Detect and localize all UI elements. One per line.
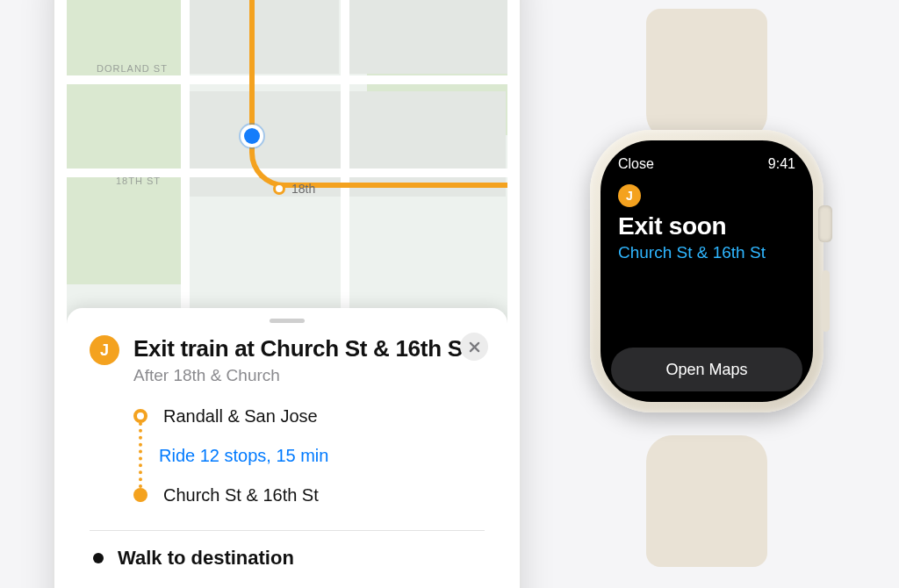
walk-icon (93, 553, 104, 563)
apple-watch-device: Close 9:41 J Exit soon Church St & 16th … (555, 95, 853, 481)
transit-line-badge: J (618, 184, 641, 207)
divider (90, 530, 485, 531)
street-label-dorland: DORLAND ST (97, 63, 168, 74)
next-step-row[interactable]: Walk to destination (90, 547, 485, 570)
stop-start-label: Randall & San Jose (163, 406, 318, 427)
transit-stop-label: 18th (291, 182, 315, 196)
stop-node-end-icon (133, 488, 147, 502)
stop-node-mid-icon (138, 453, 143, 458)
watch-time: 9:41 (768, 156, 795, 172)
ride-summary[interactable]: Ride 12 stops, 15 min (159, 446, 328, 466)
user-location-dot (244, 128, 260, 144)
iphone-device: DORLAND ST 18TH ST 18th J (54, 0, 520, 588)
watch-title: Exit soon (618, 212, 795, 240)
watch-case: Close 9:41 J Exit soon Church St & 16th … (590, 130, 823, 412)
transit-stop-dot (273, 183, 285, 195)
stop-list: Randall & San Jose Ride 12 stops, 15 min… (133, 406, 485, 511)
digital-crown[interactable] (818, 205, 832, 242)
watch-close-button[interactable]: Close (618, 156, 654, 172)
close-icon (469, 341, 480, 353)
watch-side-button[interactable] (822, 270, 830, 332)
watch-band (646, 9, 767, 140)
street-label-18th: 18TH ST (116, 176, 161, 186)
transit-route-line (249, 0, 284, 188)
stop-end-label: Church St & 16th St (163, 485, 319, 506)
list-item: Randall & San Jose (133, 406, 485, 427)
step-title: Exit train at Church St & 16th St (133, 335, 485, 362)
transit-line-badge: J (90, 335, 119, 365)
step-subtitle: After 18th & Church (133, 366, 485, 385)
iphone-screen: DORLAND ST 18TH ST 18th J (67, 0, 507, 588)
directions-sheet[interactable]: J Exit train at Church St & 16th St Afte… (67, 308, 507, 588)
close-button[interactable] (460, 333, 488, 361)
next-step-label: Walk to destination (118, 547, 294, 570)
open-maps-button[interactable]: Open Maps (611, 348, 802, 391)
list-item: Church St & 16th St (133, 485, 485, 506)
watch-subtitle: Church St & 16th St (618, 242, 795, 263)
watch-band (646, 435, 767, 567)
list-item[interactable]: Ride 12 stops, 15 min (133, 446, 485, 466)
stop-node-start-icon (133, 409, 147, 423)
watch-screen: Close 9:41 J Exit soon Church St & 16th … (601, 140, 813, 402)
sheet-grabber[interactable] (270, 319, 305, 323)
